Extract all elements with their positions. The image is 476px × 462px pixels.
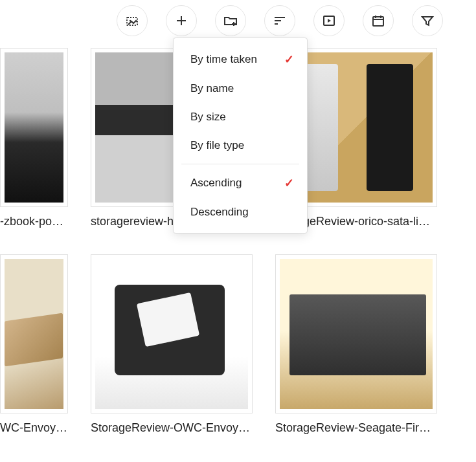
menu-item-label: Ascending — [190, 177, 242, 190]
sort-ascending[interactable]: Ascending ✓ — [174, 168, 307, 198]
menu-item-label: By time taken — [190, 53, 257, 66]
select-image-icon — [124, 13, 140, 28]
thumbnail-tile[interactable]: -zbook-po… — [0, 48, 68, 228]
thumbnail-caption: StorageReview-Seagate-Fir… — [275, 421, 437, 435]
thumbnail-caption: WC-Envoy… — [0, 421, 68, 435]
add-icon — [174, 13, 189, 28]
menu-separator — [181, 164, 299, 164]
sort-menu: By time taken ✓ By name By size By file … — [173, 38, 308, 234]
menu-item-label: By file type — [190, 139, 244, 152]
thumbnail-tile[interactable]: WC-Envoy… — [0, 254, 68, 435]
filter-icon — [420, 13, 435, 28]
thumbnail-frame — [0, 48, 68, 207]
thumbnail-frame — [275, 254, 437, 413]
filter-button[interactable] — [412, 5, 443, 36]
sort-descending[interactable]: Descending — [174, 198, 307, 226]
slideshow-button[interactable] — [313, 5, 345, 36]
thumbnail-caption: StorageReview-OWC-Envoy… — [91, 421, 253, 435]
thumbnail-tile[interactable]: StorageReview-Seagate-Fir… — [275, 254, 437, 435]
sort-by-file-type[interactable]: By file type — [174, 131, 307, 160]
sort-by-time-taken[interactable]: By time taken ✓ — [174, 45, 307, 74]
thumbnail-image — [5, 52, 63, 203]
sort-by-size[interactable]: By size — [174, 103, 307, 131]
svg-rect-3 — [373, 17, 383, 26]
add-button[interactable] — [166, 5, 197, 36]
check-icon: ✓ — [284, 176, 294, 190]
thumbnail-frame — [91, 254, 253, 413]
menu-item-label: Descending — [190, 206, 249, 219]
calendar-button[interactable] — [363, 5, 394, 36]
new-folder-button[interactable] — [215, 5, 246, 36]
slideshow-icon — [321, 13, 337, 28]
sort-button[interactable] — [264, 5, 295, 36]
thumbnail-image — [95, 259, 248, 409]
thumbnail-frame — [0, 254, 68, 413]
check-icon: ✓ — [284, 52, 294, 67]
select-image-button[interactable] — [117, 5, 148, 36]
thumbnail-caption: -zbook-po… — [0, 215, 68, 228]
thumbnail-tile[interactable]: StorageReview-OWC-Envoy… — [91, 254, 253, 435]
calendar-icon — [370, 13, 386, 28]
menu-item-label: By size — [190, 111, 226, 124]
new-folder-icon — [223, 13, 238, 28]
thumbnail-image — [5, 259, 63, 409]
sort-icon — [272, 13, 288, 28]
menu-item-label: By name — [190, 82, 234, 95]
sort-by-name[interactable]: By name — [174, 74, 307, 103]
thumbnail-image — [280, 259, 433, 409]
